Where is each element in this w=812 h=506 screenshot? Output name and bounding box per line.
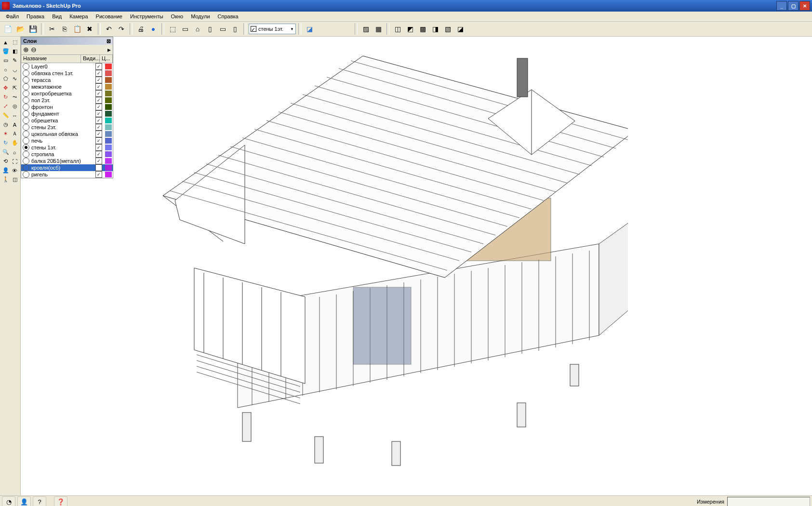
layer-active-radio[interactable] bbox=[23, 97, 29, 104]
protractor-tool[interactable]: ◷ bbox=[1, 120, 10, 129]
help-status-icon[interactable]: ? bbox=[33, 496, 46, 506]
layer-active-radio[interactable] bbox=[23, 70, 29, 77]
model-viewport[interactable]: Слои ⊠ ⊕ ⊖ ▸ Название Види... Ц... Layer… bbox=[21, 37, 812, 495]
menu-item[interactable]: Рисование bbox=[92, 13, 126, 20]
3dtext-tool[interactable]: Ａ bbox=[10, 129, 19, 138]
layer-row[interactable]: фундамент✓ bbox=[21, 110, 113, 117]
hidden-button[interactable]: ◩ bbox=[404, 23, 416, 35]
layer-visible-checkbox[interactable]: ✓ bbox=[95, 63, 102, 70]
component-tool[interactable]: ⬚ bbox=[10, 38, 19, 47]
layer-active-radio[interactable] bbox=[23, 77, 29, 83]
layers-menu-icon[interactable]: ▸ bbox=[107, 46, 111, 53]
line-tool[interactable]: ✎ bbox=[10, 56, 19, 65]
layer-visible-checkbox[interactable]: ✓ bbox=[95, 124, 102, 131]
layer-visible-checkbox[interactable]: ✓ bbox=[95, 90, 102, 97]
new-button[interactable]: 📄 bbox=[2, 23, 13, 35]
paste-button[interactable]: 📋 bbox=[71, 23, 83, 35]
layer-color-swatch[interactable] bbox=[105, 131, 112, 137]
layer-active-radio[interactable] bbox=[23, 137, 29, 144]
menu-item[interactable]: Камера bbox=[66, 13, 92, 20]
layers-panel-title[interactable]: Слои ⊠ bbox=[21, 37, 113, 45]
maximize-button[interactable]: ▢ bbox=[788, 1, 799, 11]
layer-visible-checkbox[interactable]: ✓ bbox=[95, 144, 102, 151]
rect-tool[interactable]: ▭ bbox=[1, 56, 10, 65]
menu-item[interactable]: Вид bbox=[48, 13, 66, 20]
layer-row[interactable]: цокольная обвязка✓ bbox=[21, 131, 113, 137]
back-button[interactable]: ▭ bbox=[217, 23, 228, 35]
shaded-button[interactable]: ▨ bbox=[360, 23, 372, 35]
layer-color-swatch[interactable] bbox=[105, 138, 112, 144]
poly-tool[interactable]: ⬠ bbox=[1, 74, 10, 83]
paint-tool[interactable]: 🪣 bbox=[1, 47, 10, 56]
layer-color-swatch[interactable] bbox=[105, 172, 112, 177]
redo-button[interactable]: ↷ bbox=[116, 23, 127, 35]
layer-color-swatch[interactable] bbox=[105, 145, 112, 150]
select-tool[interactable]: ▲ bbox=[1, 38, 10, 47]
layer-visible-checkbox[interactable]: ✓ bbox=[95, 137, 102, 144]
menu-item[interactable]: Правка bbox=[23, 13, 48, 20]
layers-button[interactable]: ◪ bbox=[304, 23, 315, 35]
walk-tool[interactable]: 🚶 bbox=[1, 175, 10, 184]
close-button[interactable]: ✕ bbox=[799, 1, 810, 11]
layer-color-swatch[interactable] bbox=[105, 158, 112, 164]
layer-row[interactable]: ригель✓ bbox=[21, 171, 113, 178]
arc-tool[interactable]: ◡ bbox=[10, 65, 19, 74]
menu-item[interactable]: Инструменты bbox=[126, 13, 167, 20]
layer-color-swatch[interactable] bbox=[105, 165, 112, 171]
undo-button[interactable]: ↶ bbox=[103, 23, 115, 35]
xray-button[interactable]: ◫ bbox=[392, 23, 403, 35]
dim-tool[interactable]: ↔ bbox=[10, 111, 19, 120]
shaded2-button[interactable]: ▩ bbox=[417, 23, 428, 35]
layer-color-swatch[interactable] bbox=[105, 151, 112, 157]
offset-tool[interactable]: ◎ bbox=[10, 102, 19, 111]
layer-active-radio[interactable] bbox=[23, 144, 29, 151]
cut-button[interactable]: ✂ bbox=[46, 23, 58, 35]
layer-visible-checkbox[interactable]: ✓ bbox=[95, 110, 102, 117]
layer-row[interactable]: фронтон✓ bbox=[21, 104, 113, 110]
layer-color-swatch[interactable] bbox=[105, 64, 112, 69]
orbit-tool[interactable]: ↻ bbox=[1, 138, 10, 147]
rotate-tool[interactable]: ↻ bbox=[1, 93, 10, 102]
prev-tool[interactable]: ⟲ bbox=[1, 157, 10, 166]
layer-color-swatch[interactable] bbox=[105, 84, 112, 90]
position-cam-tool[interactable]: 👤 bbox=[1, 166, 10, 175]
geo-icon[interactable]: ◔ bbox=[2, 496, 15, 506]
help2-icon[interactable]: ❓ bbox=[54, 496, 67, 506]
layer-dropdown[interactable]: ✓ стены 1эт. ▼ bbox=[249, 24, 296, 34]
layer-row[interactable]: стены 2эт.✓ bbox=[21, 124, 113, 131]
layer-active-radio[interactable] bbox=[23, 63, 29, 70]
model-info-button[interactable]: ● bbox=[147, 23, 159, 35]
delete-button[interactable]: ✖ bbox=[84, 23, 95, 35]
zoom-tool[interactable]: 🔍 bbox=[1, 147, 10, 157]
layer-visible-checkbox[interactable]: ✓ bbox=[95, 77, 102, 83]
layer-visible-checkbox[interactable]: ✓ bbox=[95, 131, 102, 137]
print-button[interactable]: 🖨 bbox=[135, 23, 146, 35]
freehand-tool[interactable]: ∿ bbox=[10, 74, 19, 83]
mono-button[interactable]: ◨ bbox=[429, 23, 441, 35]
menu-item[interactable]: Файл bbox=[2, 13, 23, 20]
layer-row[interactable]: стропила✓ bbox=[21, 151, 113, 158]
menu-item[interactable]: Окно bbox=[167, 13, 187, 20]
layer-visible-checkbox[interactable]: ✓ bbox=[95, 171, 102, 178]
layer-visible-checkbox[interactable]: ✓ bbox=[95, 104, 102, 110]
layer-color-swatch[interactable] bbox=[105, 77, 112, 83]
layers-col-name[interactable]: Название bbox=[21, 55, 81, 63]
axes-tool[interactable]: ✶ bbox=[1, 129, 10, 138]
layers-col-visible[interactable]: Види... bbox=[81, 55, 100, 63]
styles-button[interactable]: ◪ bbox=[454, 23, 466, 35]
layer-row[interactable]: обвязка стен 1эт.✓ bbox=[21, 70, 113, 77]
layer-active-radio[interactable] bbox=[23, 171, 29, 178]
layers-col-color[interactable]: Ц... bbox=[100, 55, 113, 63]
top-button[interactable]: ▭ bbox=[179, 23, 191, 35]
layer-active-radio[interactable] bbox=[23, 164, 29, 171]
right-button[interactable]: ▯ bbox=[204, 23, 216, 35]
layer-row[interactable]: межэтажное✓ bbox=[21, 83, 113, 90]
layer-color-swatch[interactable] bbox=[105, 104, 112, 110]
follow-tool[interactable]: ⤳ bbox=[10, 93, 19, 102]
layer-visible-checkbox[interactable]: ✓ bbox=[95, 158, 102, 164]
layer-active-radio[interactable] bbox=[23, 83, 29, 90]
zoom-window-tool[interactable]: ⌕ bbox=[10, 147, 19, 157]
look-tool[interactable]: 👁 bbox=[10, 166, 19, 175]
layer-color-swatch[interactable] bbox=[105, 97, 112, 103]
credits-icon[interactable]: 👤 bbox=[17, 496, 31, 506]
